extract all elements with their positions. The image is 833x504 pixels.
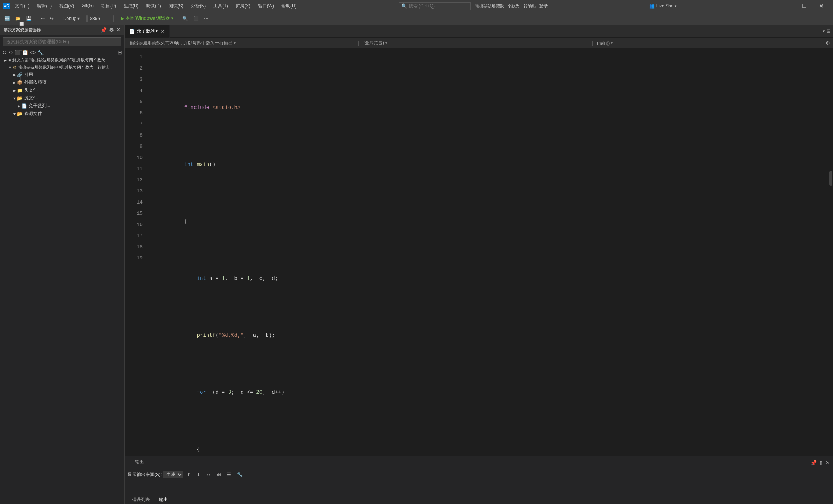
sidebar-item-solution[interactable]: ▸ ■ 解决方案"输出斐波那契数列前20项,并以每四个数为... (0, 57, 124, 64)
toolbar-breakpoint[interactable]: ⬛ (191, 15, 201, 22)
scrollbar-thumb[interactable] (829, 171, 832, 186)
close-button[interactable]: ✕ (813, 0, 830, 12)
code-line-6[interactable]: for (d = 3; d <= 20; d++) (153, 376, 823, 409)
output-btn-2[interactable]: ⬇ (194, 471, 202, 478)
run-button[interactable]: ▶ 本地 Windows 调试器 ▾ (118, 14, 175, 23)
menu-window[interactable]: 窗口(W) (254, 2, 278, 10)
sidebar-item-source[interactable]: ▾ 📂 源文件 (0, 94, 124, 102)
resources-icon: 📂 (17, 111, 23, 117)
line-num-14: 14 (125, 197, 147, 208)
output-content (125, 480, 833, 495)
vertical-scrollbar[interactable] (829, 49, 833, 456)
sidebar-tool-7[interactable]: ⊟ (118, 50, 122, 55)
menu-tools[interactable]: 工具(T) (210, 2, 232, 10)
panel-close-icon[interactable]: ✕ (826, 460, 830, 466)
run-arrow: ▾ (171, 16, 173, 20)
tab-bar-right[interactable]: ▾ ⊞ (820, 28, 833, 34)
sidebar-item-external-deps[interactable]: ▸ 📦 外部依赖项 (0, 79, 124, 86)
output-btn-4[interactable]: ⏭ (214, 471, 223, 478)
panel-expand-icon[interactable]: ⬆ (819, 460, 823, 466)
sidebar-search-area[interactable] (0, 35, 124, 48)
nav-settings[interactable]: ⚙ (826, 40, 832, 46)
live-share-button[interactable]: 👥 Live Share (646, 2, 680, 10)
sidebar-item-resources[interactable]: ▾ 📂 资源文件 (0, 110, 124, 118)
output-source-select[interactable]: 生成 (163, 471, 183, 478)
sidebar-tool-5[interactable]: <> (30, 50, 36, 55)
line-num-4: 4 (125, 85, 147, 96)
nav-scope-dropdown[interactable]: 输出斐波那契数列前20项，并以每四个数为一行输出 ▾ (126, 39, 357, 47)
main-layout: 解决方案资源管理器 📌 ⚙ ✕ ↻ ⟲ ⬛ 📋 <> 🔧 ⊟ ▸ ■ (0, 25, 833, 504)
toolbar-search-nav[interactable]: 🔍 (180, 15, 190, 22)
code-line-4[interactable]: int a = 1, b = 1, c, d; (153, 262, 823, 295)
code-line-1[interactable]: #include <stdio.h> (153, 91, 823, 124)
sidebar-gear-icon[interactable]: ⚙ (109, 27, 114, 33)
nav-dropdowns[interactable]: 输出斐波那契数列前20项，并以每四个数为一行输出 ▾ | (全局范围) ▾ | … (125, 38, 833, 49)
maximize-button[interactable]: □ (796, 0, 813, 12)
output-btn-1[interactable]: ⬆ (185, 471, 193, 478)
sidebar-item-headers[interactable]: ▸ 📁 头文件 (0, 86, 124, 94)
sidebar-tool-6[interactable]: 🔧 (37, 50, 44, 55)
sidebar-pin-icon[interactable]: 📌 (100, 27, 107, 33)
output-btn-3[interactable]: ⏮ (204, 471, 213, 478)
sidebar-header-icons[interactable]: 📌 ⚙ ✕ (100, 27, 121, 33)
panel-pin-icon[interactable]: 📌 (810, 460, 817, 466)
sidebar-item-project[interactable]: ▾ ⚙ 输出斐波那契数列前20项,并以每四个数为一行输出 (0, 64, 124, 71)
menu-project[interactable]: 项目(P) (98, 2, 120, 10)
sidebar-tool-1[interactable]: ↻ (2, 50, 7, 55)
menu-debug[interactable]: 调试(D) (142, 2, 165, 10)
menu-bar[interactable]: 文件(F) 编辑(E) 视图(V) Git(G) 项目(P) 生成(B) 调试(… (11, 2, 300, 10)
code-editor[interactable]: 1 2 3 4 5 6 7 8 9 10 11 12 13 14 15 16 1… (125, 49, 833, 456)
minimize-button[interactable]: ─ (779, 0, 796, 12)
sidebar-item-references[interactable]: ▸ 🔗 引用 (0, 71, 124, 79)
external-deps-label: 外部依赖项 (24, 79, 47, 86)
tab-close-button[interactable]: ✕ (160, 29, 165, 34)
platform-arrow: ▾ (98, 16, 100, 21)
output-btn-5[interactable]: ☰ (225, 471, 233, 478)
tab-rabbit[interactable]: 📄 兔子数列.c ✕ (125, 25, 170, 38)
toolbar-new[interactable]: 🆕 (2, 15, 12, 22)
sidebar-item-rabbit-file[interactable]: ▸ 📄 兔子数列.c (0, 102, 124, 110)
menu-git[interactable]: Git(G) (78, 2, 98, 10)
sidebar-tool-2[interactable]: ⟲ (8, 50, 13, 55)
menu-extensions[interactable]: 扩展(X) (232, 2, 254, 10)
menu-help[interactable]: 帮助(H) (278, 2, 300, 10)
sidebar-close-icon[interactable]: ✕ (116, 27, 121, 33)
title-bar: VS 文件(F) 编辑(E) 视图(V) Git(G) 项目(P) 生成(B) … (0, 0, 833, 12)
nav-function-dropdown[interactable]: main() ▾ (594, 39, 825, 47)
code-content[interactable]: ⬜ ─ │ #include <stdio.h> int main() { (147, 49, 829, 456)
sidebar-tool-4[interactable]: 📋 (22, 50, 28, 55)
title-search-box[interactable]: 🔍 (399, 2, 471, 10)
chevron-down-icon-3: ▾ (13, 111, 16, 117)
window-controls[interactable]: ─ □ ✕ (779, 0, 830, 12)
bottom-panel-controls[interactable]: 📌 ⬆ ✕ (810, 460, 830, 466)
sidebar-toolbar[interactable]: ↻ ⟲ ⬛ 📋 <> 🔧 ⊟ (0, 48, 124, 57)
debug-config-dropdown[interactable]: Debug ▾ (61, 15, 87, 22)
bottom-panel-tab-row[interactable]: 错误列表 输出 (125, 495, 833, 504)
nav-range-dropdown[interactable]: (全局范围) ▾ (360, 39, 591, 47)
code-line-3[interactable]: { (153, 205, 823, 238)
line-num-18: 18 (125, 242, 147, 253)
line-num-2: 2 (125, 63, 147, 74)
bottom-tab-output-title[interactable]: 输出 (131, 457, 149, 468)
search-input[interactable] (409, 3, 468, 9)
menu-edit[interactable]: 编辑(E) (33, 2, 55, 10)
tab-bar-right-arrow[interactable]: ▾ (823, 28, 825, 34)
nav-range-arrow: ▾ (385, 41, 387, 45)
bottom-tab-output[interactable]: 输出 (154, 495, 172, 504)
code-line-2[interactable]: int main() (153, 148, 823, 181)
code-line-5[interactable]: printf("%d,%d,", a, b); (153, 319, 823, 352)
platform-dropdown[interactable]: x86 ▾ (87, 15, 114, 22)
tab-bar-split[interactable]: ⊞ (827, 28, 831, 34)
nav-settings-icon[interactable]: ⚙ (826, 40, 830, 46)
menu-build[interactable]: 生成(B) (120, 2, 142, 10)
bottom-panel-tabs[interactable]: 输出 (128, 457, 151, 468)
bottom-tab-errors[interactable]: 错误列表 (128, 495, 154, 504)
menu-analyze[interactable]: 分析(N) (187, 2, 210, 10)
menu-test[interactable]: 测试(S) (165, 2, 187, 10)
output-btn-6[interactable]: 🔧 (235, 471, 245, 478)
toolbar-more[interactable]: ⋯ (202, 15, 211, 22)
menu-view[interactable]: 视图(V) (55, 2, 78, 10)
login-label[interactable]: 登录 (539, 3, 548, 9)
code-line-7[interactable]: { (153, 433, 823, 456)
tab-bar[interactable]: 📄 兔子数列.c ✕ ▾ ⊞ (125, 25, 833, 38)
